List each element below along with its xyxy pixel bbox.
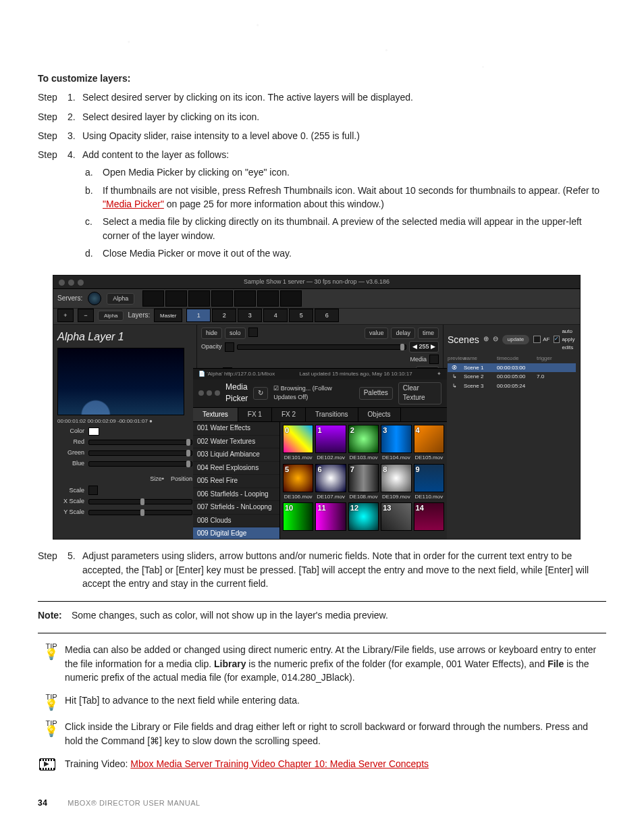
video-link[interactable]: Mbox Media Server Training Video Chapter… xyxy=(130,758,429,769)
mp-window-controls xyxy=(198,390,220,396)
opacity-lock-icon[interactable] xyxy=(248,328,258,337)
layer-tab[interactable]: 5 xyxy=(289,309,313,322)
mp-thumbnail[interactable]: 10 xyxy=(283,502,313,531)
layer-tab[interactable]: 4 xyxy=(263,309,288,322)
mp-path: 'Alpha' http://127.0.0.1/Mbox xyxy=(207,371,275,377)
window-controls xyxy=(59,280,84,286)
mp-thumbnail[interactable]: 0DE101.mov xyxy=(283,425,313,462)
mp-thumbnail[interactable]: 9DE110.mov xyxy=(414,464,444,501)
mp-thumbnail[interactable]: 14 xyxy=(414,502,444,531)
value-button[interactable]: value xyxy=(365,328,389,339)
palettes-button[interactable]: Palettes xyxy=(359,387,393,400)
server-icon[interactable] xyxy=(88,292,101,305)
layer-tab[interactable]: 1 xyxy=(186,309,211,322)
media-picker-window: 📄 'Alpha' http://127.0.0.1/Mbox Last upd… xyxy=(193,368,447,540)
mp-tab[interactable]: Objects xyxy=(358,408,401,422)
layer-thumbnails xyxy=(142,290,302,307)
media-label: Media xyxy=(410,355,427,364)
mp-thumbnail[interactable]: 4DE105.mov xyxy=(414,425,444,462)
blue-slider[interactable] xyxy=(88,461,192,467)
mp-list-item[interactable]: 008 Clouds xyxy=(193,515,279,528)
servers-label: Servers: xyxy=(57,294,82,304)
step-label: Step xyxy=(38,90,68,104)
clear-texture-button[interactable]: Clear Texture xyxy=(398,382,441,405)
green-slider[interactable] xyxy=(88,450,192,456)
note-text: Some changes, such as color, will not sh… xyxy=(72,608,388,622)
mp-thumbnail[interactable]: 12 xyxy=(348,502,379,531)
layer-tab[interactable]: 3 xyxy=(238,309,262,322)
substep-label: d. xyxy=(85,246,103,260)
scene-row[interactable]: ⦿Scene 1 00:00:03:00 xyxy=(448,363,576,373)
layer-preview xyxy=(57,348,184,415)
color-swatch[interactable] xyxy=(88,427,99,436)
mp-thumbnail[interactable]: 2DE103.mov xyxy=(348,425,379,462)
window-title: Sample Show 1 server — 30 fps non-drop —… xyxy=(53,276,580,289)
mp-list-item[interactable]: 007 Strfields - NnLoopng xyxy=(193,501,279,515)
media-picker-link[interactable]: "Media Picker" xyxy=(103,199,164,209)
mp-tab[interactable]: Transitions xyxy=(306,408,358,422)
mp-list-item[interactable]: 006 Starfields - Looping xyxy=(193,488,279,502)
af-checkbox[interactable]: AF xyxy=(533,336,549,344)
blue-label: Blue xyxy=(57,459,84,468)
mp-thumbnail[interactable]: 13 xyxy=(381,502,411,531)
green-label: Green xyxy=(57,448,84,457)
plus-button[interactable]: + xyxy=(57,309,74,322)
media-box[interactable] xyxy=(429,355,439,364)
color-label: Color xyxy=(57,427,84,436)
tip-icon: TIP💡 xyxy=(38,643,65,660)
step-number: 1. xyxy=(68,90,82,104)
yscale-slider[interactable] xyxy=(88,510,192,515)
substep-text: Close Media Picker or move it out of the… xyxy=(103,246,606,260)
mp-thumbnail[interactable]: 11 xyxy=(315,502,346,531)
remove-scene-icon[interactable]: ⊖ xyxy=(493,334,498,344)
master-tab[interactable]: Master xyxy=(154,309,182,322)
hide-button[interactable]: hide xyxy=(201,328,222,339)
mp-thumbnail[interactable]: 8DE109.mov xyxy=(381,464,411,501)
mp-thumbnail[interactable]: 7DE108.mov xyxy=(348,464,379,501)
delay-button[interactable]: delay xyxy=(391,328,415,339)
add-scene-icon[interactable]: ⊕ xyxy=(483,334,489,344)
auto-apply-checkbox[interactable]: auto apply edits xyxy=(554,328,576,351)
mp-list-item[interactable]: 009 Digital Edge xyxy=(193,527,279,540)
server-chip[interactable]: Alpha xyxy=(107,293,134,305)
xscale-slider[interactable] xyxy=(88,499,192,504)
solo-button[interactable]: solo xyxy=(225,328,246,339)
mp-list-item[interactable]: 003 Liquid Ambiance xyxy=(193,448,279,462)
time-button[interactable]: time xyxy=(418,328,439,339)
step-label: Step xyxy=(38,148,68,161)
minus-button[interactable]: − xyxy=(78,309,94,322)
step-number: 4. xyxy=(68,148,82,161)
mp-thumbnail[interactable]: 5DE106.mov xyxy=(283,464,313,501)
scale-lock-icon[interactable] xyxy=(88,486,98,495)
mp-tab[interactable]: Textures xyxy=(193,408,238,422)
refresh-icon[interactable]: ↻ xyxy=(253,387,268,400)
wand-icon[interactable]: ✦ xyxy=(437,370,441,378)
red-slider[interactable] xyxy=(88,440,192,445)
mp-list-item[interactable]: 001 Water Effects xyxy=(193,422,279,436)
red-label: Red xyxy=(57,438,84,446)
step-number: 2. xyxy=(68,110,82,124)
scene-row[interactable]: ↳Scene 3 00:00:05:24 xyxy=(448,382,576,391)
layer-tab[interactable]: 6 xyxy=(315,309,339,322)
opacity-box[interactable] xyxy=(225,342,234,352)
mp-thumbnail[interactable]: 6DE107.mov xyxy=(315,464,346,501)
mp-tab[interactable]: FX 2 xyxy=(272,408,306,422)
mp-tab[interactable]: FX 1 xyxy=(238,408,272,422)
layer-tab[interactable]: 2 xyxy=(212,309,236,322)
scale-label: Scale xyxy=(57,486,84,495)
update-button[interactable]: update xyxy=(502,335,529,344)
opacity-slider[interactable] xyxy=(237,344,406,350)
scene-row[interactable]: ↳Scene 2 00:00:05:007.0 xyxy=(448,372,576,382)
substep-label: c. xyxy=(85,215,103,242)
mp-list-item[interactable]: 005 Reel Fire xyxy=(193,475,279,488)
opacity-field[interactable]: ◀ 255 ▶ xyxy=(409,341,439,353)
server-mini[interactable]: Alpha xyxy=(98,311,124,321)
step-label: Step xyxy=(38,549,68,590)
mp-thumbnail[interactable]: 3DE104.mov xyxy=(381,425,411,462)
tip-text: Hit [Tab] to advance to the next field w… xyxy=(65,694,300,707)
tip-icon: TIP💡 xyxy=(38,720,65,737)
tip-icon: TIP💡 xyxy=(38,694,65,710)
mp-thumbnail[interactable]: 1DE102.mov xyxy=(315,425,346,462)
mp-list-item[interactable]: 002 Water Textures xyxy=(193,436,279,449)
mp-list-item[interactable]: 004 Reel Explosions xyxy=(193,462,279,475)
